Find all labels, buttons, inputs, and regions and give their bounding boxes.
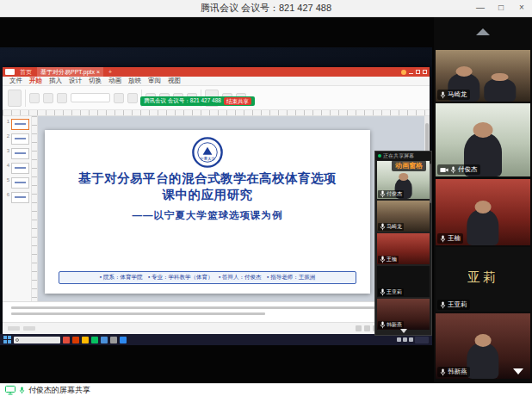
slide-thumbnail: 6 bbox=[4, 192, 29, 203]
toolbar-divider bbox=[25, 90, 26, 107]
tray-network-icon bbox=[397, 337, 401, 342]
slide-number: 2 bbox=[4, 133, 9, 139]
mic-icon bbox=[440, 235, 446, 243]
slide-thumbnail: 1 bbox=[4, 119, 29, 130]
taskbar-app-icon bbox=[101, 337, 108, 343]
floating-meeting-panel: 正在共享屏幕 付俊杰 马崎龙 bbox=[374, 151, 432, 336]
overlay-name-label: 付俊杰 bbox=[378, 190, 404, 198]
mic-icon bbox=[380, 256, 386, 263]
slide-thumbnail: 4 bbox=[4, 163, 29, 174]
participant-tile-fujunjie[interactable]: 付俊杰 bbox=[436, 103, 530, 176]
slide-thumbnail-panel: 1 2 3 4 bbox=[3, 116, 32, 301]
taskbar-app-icon bbox=[82, 337, 89, 343]
font-name-box bbox=[71, 93, 110, 102]
mic-icon bbox=[380, 321, 386, 329]
toolbar-icon bbox=[114, 93, 124, 103]
taskbar-app-icon bbox=[91, 337, 98, 343]
mic-icon bbox=[380, 190, 386, 198]
slide-number: 4 bbox=[4, 163, 9, 168]
wps-logo-icon bbox=[5, 69, 15, 75]
svg-text:宁夏大学: 宁夏大学 bbox=[200, 157, 216, 161]
presenter-mic-icon bbox=[19, 387, 25, 394]
status-language bbox=[23, 326, 35, 331]
wps-menu-transition: 切换 bbox=[89, 77, 102, 85]
slide-preview bbox=[11, 163, 29, 174]
status-slide-counter bbox=[8, 326, 20, 331]
close-button[interactable]: × bbox=[511, 0, 532, 16]
meeting-main-area: 首页 基于对分易PPT.pptx × + 文件 开始 bbox=[0, 17, 532, 383]
slide-number: 1 bbox=[4, 119, 9, 124]
wps-menu-design: 设计 bbox=[69, 77, 82, 85]
floating-panel-title: 正在共享屏幕 bbox=[383, 152, 414, 160]
tray-volume-icon bbox=[403, 337, 407, 342]
wps-presentation-window: 首页 基于对分易PPT.pptx × + 文件 开始 bbox=[3, 67, 430, 334]
wps-home-tab: 首页 bbox=[17, 67, 34, 77]
shared-desktop-taskbar bbox=[0, 334, 432, 345]
windows-start-icon bbox=[3, 336, 11, 343]
mic-icon bbox=[440, 368, 446, 376]
participant-tile-maqilong[interactable]: 马崎龙 bbox=[436, 50, 530, 102]
wps-new-tab-button: + bbox=[106, 67, 114, 77]
mic-icon bbox=[440, 301, 446, 309]
taskbar-tray bbox=[397, 337, 429, 343]
slide-preview bbox=[11, 133, 29, 145]
taskbar-app-icon bbox=[72, 337, 79, 343]
participant-sidebar: 马崎龙 付俊杰 王楠 亚莉 bbox=[434, 17, 532, 383]
participant-name-label: 王亚莉 bbox=[437, 300, 470, 310]
taskbar-app-icon bbox=[120, 337, 127, 343]
sharing-status-text: 腾讯会议 会议号：821 427 488 bbox=[144, 97, 221, 105]
toolbar-icon bbox=[43, 93, 53, 103]
minimize-button[interactable]: — bbox=[470, 0, 491, 16]
participant-tile-wangnan[interactable]: 王楠 bbox=[436, 179, 530, 245]
wps-window-controls bbox=[401, 70, 427, 75]
vertical-ruler bbox=[32, 116, 38, 301]
overlay-name-label: 韩新燕 bbox=[378, 321, 404, 329]
university-logo: 宁夏大学 bbox=[192, 137, 223, 168]
wps-menu-bar: 文件 开始 插入 设计 切换 动画 放映 审阅 视图 bbox=[3, 77, 430, 86]
view-normal-icon bbox=[356, 325, 362, 331]
overlay-scrollbar bbox=[430, 164, 431, 203]
camera-icon bbox=[440, 167, 448, 173]
stop-sharing-button: 结束共享 bbox=[224, 97, 251, 105]
notes-text-line bbox=[11, 306, 421, 309]
overlay-video-tile: 王楠 bbox=[377, 233, 430, 264]
participant-silhouette bbox=[467, 209, 498, 245]
slide-subtitle: ——以宁夏大学篮球选项课为例 bbox=[45, 209, 370, 222]
wps-titlebar: 首页 基于对分易PPT.pptx × + bbox=[3, 67, 430, 77]
view-sorter-icon bbox=[364, 325, 370, 331]
taskbar-app-icon bbox=[110, 337, 117, 343]
participant-center-name: 亚莉 bbox=[436, 269, 530, 286]
paste-icon bbox=[8, 90, 22, 107]
mic-icon bbox=[380, 223, 386, 231]
wps-document-tab-title: 基于对分易PPT.pptx bbox=[40, 68, 95, 77]
sharing-indicator-icon bbox=[378, 154, 381, 158]
wps-menu-file: 文件 bbox=[9, 77, 22, 85]
participant-name-label: 付俊杰 bbox=[437, 164, 480, 175]
participant-tile-wangyali[interactable]: 亚莉 王亚莉 bbox=[436, 247, 530, 312]
slide-thumbnail: 2 bbox=[4, 133, 29, 145]
floating-panel-header: 正在共享屏幕 bbox=[375, 152, 431, 160]
scroll-down-arrow[interactable] bbox=[513, 368, 523, 374]
mic-icon bbox=[380, 288, 386, 296]
screen-share-icon bbox=[5, 386, 15, 395]
wps-user-avatar bbox=[401, 70, 406, 75]
overlay-scroll-down-icon bbox=[400, 329, 407, 333]
scroll-up-arrow[interactable] bbox=[476, 28, 490, 35]
toolbar-icon bbox=[57, 93, 67, 103]
slide-number: 6 bbox=[4, 192, 9, 197]
participant-tile-hanxinyan[interactable]: 韩新燕 bbox=[436, 313, 530, 379]
speaker-notes-pane bbox=[3, 301, 430, 322]
animation-pane-label: 动画窗格 bbox=[392, 160, 426, 171]
overlay-name-label: 马崎龙 bbox=[378, 223, 404, 231]
participant-name-label: 王楠 bbox=[437, 233, 463, 244]
overlay-video-tile: 韩新燕 bbox=[377, 299, 430, 330]
shared-screen-video: 首页 基于对分易PPT.pptx × + 文件 开始 bbox=[0, 47, 432, 345]
search-icon bbox=[15, 338, 19, 342]
participant-silhouette bbox=[467, 343, 498, 379]
slide-canvas: 宁夏大学 基于对分易平台的混合式教学在高校体育选项 课中的应用研究 ——以宁夏大… bbox=[38, 116, 430, 301]
maximize-button[interactable]: □ bbox=[491, 0, 511, 16]
slide-number: 3 bbox=[4, 148, 9, 153]
slide-title-line2: 课中的应用研究 bbox=[45, 187, 370, 203]
wps-menu-animation: 动画 bbox=[108, 77, 121, 85]
slide-info-bar: ▪ 院系：体育学院 ▪ 专业：学科教学（体育） ▪ 答辩人：付俊杰 ▪ 指导老师… bbox=[59, 271, 356, 284]
